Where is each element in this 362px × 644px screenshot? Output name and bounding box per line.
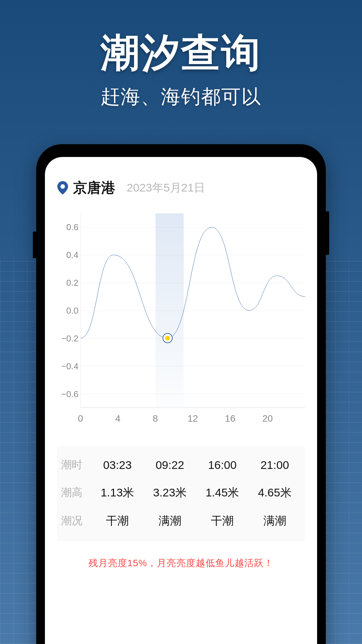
svg-point-0 bbox=[60, 184, 65, 189]
cell-height: 1.13米 bbox=[91, 485, 144, 500]
tide-table: 潮时 03:23 09:22 16:00 21:00 潮高 1.13米 3.23… bbox=[57, 446, 305, 541]
x-tick-label: 4 bbox=[115, 413, 121, 424]
y-tick-label: −0.6 bbox=[57, 389, 78, 399]
x-tick-label: 20 bbox=[262, 413, 273, 424]
cell-state: 满潮 bbox=[249, 513, 301, 529]
page-title: 潮汐查询 bbox=[0, 27, 362, 79]
y-tick-label: 0.2 bbox=[57, 278, 78, 288]
row-label-time: 潮时 bbox=[61, 458, 91, 472]
y-tick-label: 0.4 bbox=[57, 250, 78, 260]
location-row[interactable]: 京唐港 2023年5月21日 bbox=[57, 178, 305, 197]
cell-time: 16:00 bbox=[196, 459, 249, 472]
cell-state: 满潮 bbox=[144, 513, 196, 529]
y-tick-label: 0.0 bbox=[57, 306, 78, 316]
x-tick-label: 8 bbox=[153, 413, 158, 424]
cell-time: 09:22 bbox=[144, 459, 196, 472]
cell-time: 03:23 bbox=[91, 459, 144, 472]
page-subtitle: 赶海、海钓都可以 bbox=[0, 84, 362, 110]
chart-marker bbox=[163, 334, 172, 342]
row-label-state: 潮况 bbox=[61, 514, 91, 528]
footer-moon-note: 残月亮度15%，月亮亮度越低鱼儿越活跃！ bbox=[57, 557, 305, 570]
x-tick-label: 12 bbox=[187, 413, 198, 424]
phone-frame: 京唐港 2023年5月21日 −0.6−0.4−0.20.00.20.40.6 … bbox=[36, 144, 326, 644]
y-tick-label: −0.4 bbox=[57, 361, 78, 371]
screen: 京唐港 2023年5月21日 −0.6−0.4−0.20.00.20.40.6 … bbox=[45, 157, 317, 644]
table-row: 潮高 1.13米 3.23米 1.45米 4.65米 bbox=[61, 485, 301, 500]
chart-line bbox=[81, 213, 305, 408]
chart-plot-area bbox=[80, 213, 305, 408]
cell-state: 干潮 bbox=[91, 513, 144, 529]
x-tick-label: 0 bbox=[78, 413, 83, 424]
cell-height: 3.23米 bbox=[144, 485, 196, 500]
x-tick-label: 16 bbox=[225, 413, 235, 424]
location-date: 2023年5月21日 bbox=[127, 180, 205, 196]
cell-time: 21:00 bbox=[249, 459, 301, 472]
table-row: 潮况 干潮 满潮 干潮 满潮 bbox=[61, 513, 301, 529]
row-label-height: 潮高 bbox=[61, 485, 91, 500]
tide-chart[interactable]: −0.6−0.4−0.20.00.20.40.6 048121620 bbox=[57, 213, 305, 435]
location-name: 京唐港 bbox=[73, 178, 115, 197]
table-row: 潮时 03:23 09:22 16:00 21:00 bbox=[61, 458, 301, 472]
y-tick-label: −0.2 bbox=[57, 333, 78, 343]
cell-height: 1.45米 bbox=[196, 485, 249, 500]
cell-height: 4.65米 bbox=[249, 485, 301, 500]
location-pin-icon bbox=[57, 181, 68, 195]
y-tick-label: 0.6 bbox=[57, 222, 78, 232]
cell-state: 干潮 bbox=[196, 513, 249, 529]
